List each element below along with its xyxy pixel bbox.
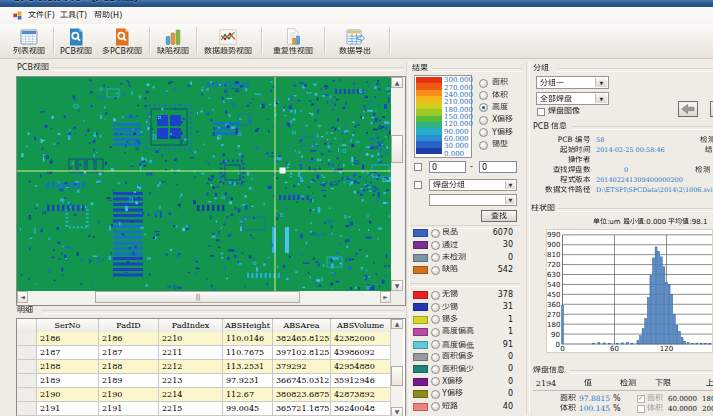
pcb-horizontal-scrollbar[interactable]: ◄ ||| ►	[17, 291, 391, 303]
toolbar-list-view-button[interactable]	[6, 26, 52, 56]
toolbar-data-export-button[interactable]	[332, 26, 378, 56]
metric-radio-1[interactable]	[479, 79, 488, 88]
scroll-thumb[interactable]	[391, 135, 403, 163]
status-radio-3[interactable]	[431, 253, 440, 262]
group-dropdown[interactable]: ▼	[536, 76, 609, 89]
find-button[interactable]	[481, 210, 517, 222]
defect-radio-6[interactable]	[431, 353, 440, 362]
table-header-cell[interactable]: ABSArea	[273, 319, 331, 332]
status-radio-2[interactable]	[431, 241, 440, 250]
row-selector-cell[interactable]	[17, 388, 37, 402]
table-header-cell[interactable]: ABSVolume	[331, 319, 391, 332]
previous-pcb-button[interactable]	[678, 101, 698, 117]
scroll-thumb[interactable]: |||	[95, 291, 300, 303]
table-cell[interactable]: 42873892	[331, 388, 391, 402]
menu-file[interactable]: (F)	[24, 7, 59, 24]
table-cell[interactable]: 42954880	[331, 360, 391, 374]
table-cell[interactable]: 2212	[159, 360, 223, 374]
menu-tools[interactable]: (T)	[56, 7, 91, 24]
pad-subgroup-dropdown[interactable]: ▼	[429, 194, 517, 206]
table-cell[interactable]: 113.2531	[223, 360, 273, 374]
document-icon[interactable]	[13, 11, 22, 20]
table-cell[interactable]: 2191	[99, 402, 159, 416]
menu-help[interactable]: (H)	[90, 7, 126, 24]
table-cell[interactable]: 2214	[159, 388, 223, 402]
status-radio-1[interactable]	[431, 229, 440, 238]
pad-info-check-checkbox[interactable]: ✓	[637, 395, 645, 403]
table-cell[interactable]: 2211	[159, 346, 223, 360]
toolbar-pcb-view-button[interactable]: PCB	[56, 26, 96, 56]
defect-radio-9[interactable]	[431, 390, 440, 399]
table-cell[interactable]: 365721.1875	[273, 402, 331, 416]
table-header-cell[interactable]: PadIndex	[159, 319, 223, 332]
pad-info-check-checkbox[interactable]	[637, 405, 645, 413]
table-cell[interactable]: 2187	[99, 346, 159, 360]
table-cell[interactable]: 2215	[159, 402, 223, 416]
toolbar-defect-view-button[interactable]	[152, 26, 194, 56]
defect-radio-2[interactable]	[431, 303, 440, 312]
metric-radio-2[interactable]	[479, 91, 488, 100]
toolbar-repeatability-view-button[interactable]	[266, 26, 320, 56]
table-cell[interactable]: 366745.0312	[273, 374, 331, 388]
table-cell[interactable]: 2189	[99, 374, 159, 388]
table-cell[interactable]: 2191	[37, 402, 99, 416]
metric-radio-5[interactable]	[479, 128, 488, 137]
table-cell[interactable]: 382465.8125	[273, 332, 331, 346]
defect-radio-3[interactable]	[431, 315, 440, 324]
scroll-left-button[interactable]: ◄	[17, 291, 28, 303]
table-cell[interactable]: 36240048	[331, 402, 391, 416]
metric-radio-3[interactable]	[479, 103, 488, 112]
table-cell[interactable]: 112.67	[223, 388, 273, 402]
table-cell[interactable]: 379292	[273, 360, 331, 374]
defect-radio-8[interactable]	[431, 377, 440, 386]
table-cell[interactable]: 110.0146	[223, 332, 273, 346]
table-vertical-scrollbar[interactable]: ▲ ▼	[391, 319, 403, 416]
range-filter-checkbox[interactable]	[414, 163, 422, 171]
metric-radio-4[interactable]	[479, 116, 488, 125]
table-header-cell[interactable]: ABSHeight	[223, 319, 273, 332]
defect-radio-10[interactable]	[431, 402, 440, 411]
scroll-down-button[interactable]: ▼	[391, 280, 403, 291]
pcb-canvas[interactable]	[17, 77, 392, 291]
table-cell[interactable]: 2190	[37, 388, 99, 402]
toolbar-multi-pcb-view-button[interactable]: PCB	[98, 26, 146, 56]
status-radio-4[interactable]	[431, 266, 440, 275]
table-cell[interactable]: 2210	[159, 332, 223, 346]
table-cell[interactable]: 97.9231	[223, 374, 273, 388]
table-header-cell[interactable]: PadID	[99, 319, 159, 332]
scroll-right-button[interactable]: ►	[380, 291, 391, 303]
row-selector-cell[interactable]	[17, 402, 37, 416]
toolbar-data-trend-view-button[interactable]	[200, 26, 256, 56]
table-cell[interactable]: 110.7675	[223, 346, 273, 360]
row-selector-cell[interactable]	[17, 374, 37, 388]
defect-radio-1[interactable]	[431, 291, 440, 300]
scroll-down-button[interactable]: ▼	[391, 407, 403, 416]
table-cell[interactable]: 2187	[37, 346, 99, 360]
table-cell[interactable]: 397102.8125	[273, 346, 331, 360]
table-header-cell[interactable]: SerNo	[37, 319, 99, 332]
table-cell[interactable]: 2186	[99, 332, 159, 346]
scroll-up-button[interactable]: ▲	[391, 77, 403, 88]
defect-radio-4[interactable]	[431, 328, 440, 337]
pad-image-checkbox[interactable]	[537, 108, 545, 116]
table-cell[interactable]: 2188	[37, 360, 99, 374]
table-cell[interactable]: 2190	[99, 388, 159, 402]
row-selector-cell[interactable]	[17, 360, 37, 374]
range-from-input[interactable]	[429, 161, 466, 173]
pcb-vertical-scrollbar[interactable]: ▲ ▼	[391, 77, 403, 291]
table-cell[interactable]: 2186	[37, 332, 99, 346]
scroll-up-button[interactable]: ▲	[391, 319, 403, 329]
table-cell[interactable]: 35912946	[331, 374, 391, 388]
row-selector-cell[interactable]	[17, 332, 37, 346]
table-cell[interactable]: 2213	[159, 374, 223, 388]
metric-radio-6[interactable]	[479, 141, 488, 150]
defect-radio-5[interactable]	[431, 340, 440, 349]
scroll-thumb[interactable]	[391, 366, 403, 386]
row-selector-cell[interactable]	[17, 346, 37, 360]
pad-group-checkbox[interactable]	[414, 181, 422, 189]
table-cell[interactable]: 2189	[37, 374, 99, 388]
table-cell[interactable]: 380823.6875	[273, 388, 331, 402]
table-cell[interactable]: 42382000	[331, 332, 391, 346]
defect-radio-7[interactable]	[431, 365, 440, 374]
table-cell[interactable]: 99.0045	[223, 402, 273, 416]
